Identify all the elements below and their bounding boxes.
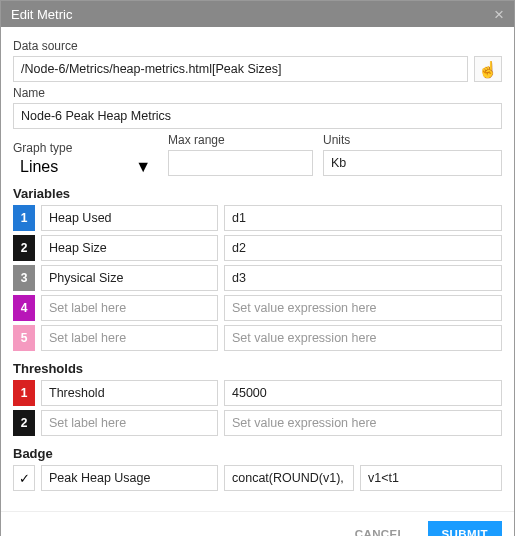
data-source-picker-button[interactable]: ☝ xyxy=(474,56,502,82)
variable-label-input[interactable] xyxy=(41,325,218,351)
name-input[interactable] xyxy=(13,103,502,129)
badge-expr-input[interactable] xyxy=(224,465,354,491)
data-source-input[interactable] xyxy=(13,56,468,82)
threshold-index: 1 xyxy=(13,380,35,406)
badge-heading: Badge xyxy=(13,446,502,461)
hand-icon: ☝ xyxy=(478,60,498,79)
close-icon[interactable]: × xyxy=(494,6,504,23)
units-label: Units xyxy=(323,133,502,147)
variable-label-input[interactable] xyxy=(41,295,218,321)
max-range-input[interactable] xyxy=(168,150,313,176)
variable-expr-input[interactable] xyxy=(224,235,502,261)
dialog-title: Edit Metric xyxy=(11,7,72,22)
variable-label-input[interactable] xyxy=(41,265,218,291)
graph-type-select[interactable]: Lines ▼ xyxy=(13,158,158,176)
titlebar: Edit Metric × xyxy=(1,1,514,27)
variable-index: 1 xyxy=(13,205,35,231)
variables-heading: Variables xyxy=(13,186,502,201)
threshold-label-input[interactable] xyxy=(41,380,218,406)
units-input[interactable] xyxy=(323,150,502,176)
threshold-expr-input[interactable] xyxy=(224,410,502,436)
threshold-expr-input[interactable] xyxy=(224,380,502,406)
submit-button[interactable]: SUBMIT xyxy=(428,521,502,536)
variable-index: 4 xyxy=(13,295,35,321)
badge-color-input[interactable] xyxy=(360,465,502,491)
variable-expr-input[interactable] xyxy=(224,295,502,321)
max-range-label: Max range xyxy=(168,133,313,147)
name-label: Name xyxy=(13,86,502,100)
badge-checkbox[interactable]: ✓ xyxy=(13,465,35,491)
variable-index: 2 xyxy=(13,235,35,261)
threshold-label-input[interactable] xyxy=(41,410,218,436)
variable-label-input[interactable] xyxy=(41,235,218,261)
variable-index: 3 xyxy=(13,265,35,291)
variable-expr-input[interactable] xyxy=(224,205,502,231)
variable-expr-input[interactable] xyxy=(224,325,502,351)
cancel-button[interactable]: CANCEL xyxy=(341,521,419,536)
data-source-label: Data source xyxy=(13,39,502,53)
thresholds-heading: Thresholds xyxy=(13,361,502,376)
chevron-down-icon: ▼ xyxy=(135,158,151,176)
badge-label-input[interactable] xyxy=(41,465,218,491)
graph-type-value: Lines xyxy=(20,158,58,176)
variable-index: 5 xyxy=(13,325,35,351)
graph-type-label: Graph type xyxy=(13,141,158,155)
variable-label-input[interactable] xyxy=(41,205,218,231)
variable-expr-input[interactable] xyxy=(224,265,502,291)
threshold-index: 2 xyxy=(13,410,35,436)
dialog-footer: CANCEL SUBMIT xyxy=(1,511,514,536)
